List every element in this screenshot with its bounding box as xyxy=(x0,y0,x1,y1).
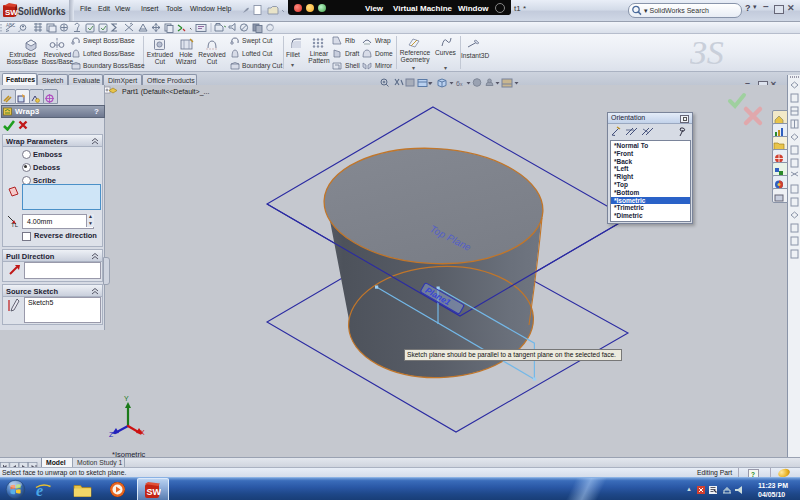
svg-text:Y: Y xyxy=(124,395,129,402)
svg-text:TL: TL xyxy=(11,222,19,228)
svg-text:e: e xyxy=(36,482,43,499)
svg-text:*Isometric: *Isometric xyxy=(112,450,146,457)
svg-text:Z: Z xyxy=(109,431,114,438)
svg-text:SW: SW xyxy=(147,487,161,497)
svg-text:ABC: ABC xyxy=(6,23,16,28)
svg-text:X: X xyxy=(140,429,145,436)
svg-text:Part1 (Default<<Default>_...: Part1 (Default<<Default>_... xyxy=(122,88,209,96)
svg-text:6x: 6x xyxy=(456,80,463,87)
svg-text:ЗS: ЗS xyxy=(690,34,724,71)
svg-text:SW: SW xyxy=(5,8,18,17)
